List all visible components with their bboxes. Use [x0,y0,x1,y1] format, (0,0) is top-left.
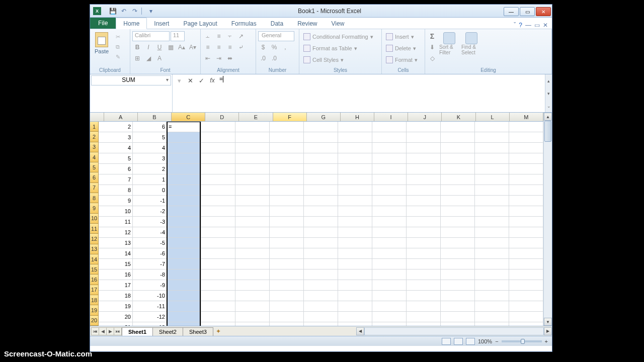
cell-H15[interactable] [338,269,372,280]
cell-C14[interactable] [167,259,201,269]
hscroll-right-button[interactable]: ▶ [544,327,552,335]
cell-C12[interactable] [167,238,201,248]
cell-H10[interactable] [338,217,372,227]
cell-C1[interactable]: = [167,122,201,132]
cell-F7[interactable] [270,185,304,195]
tab-home[interactable]: Home [116,18,147,29]
doc-close-icon[interactable]: ✕ [543,22,548,29]
cell-K15[interactable] [441,269,475,280]
cell-H7[interactable] [338,185,372,195]
cell-F16[interactable] [270,280,304,290]
insert-cells-button[interactable]: Insert ▾ [384,31,416,42]
cell-H13[interactable] [338,248,372,258]
close-button[interactable]: ✕ [536,7,551,16]
hscroll-track[interactable] [364,327,544,335]
row-header-6[interactable]: 6 [90,172,99,183]
cell-D12[interactable] [201,238,235,248]
tab-view[interactable]: View [325,18,352,29]
cell-D20[interactable] [201,322,235,326]
cell-K19[interactable] [441,312,475,322]
row-header-4[interactable]: 4 [90,152,99,162]
delete-cells-button[interactable]: Delete ▾ [384,43,418,54]
cell-H19[interactable] [338,312,372,322]
decrease-indent-button[interactable]: ⇤ [203,53,213,63]
cell-F13[interactable] [270,248,304,258]
row-header-19[interactable]: 19 [90,305,99,315]
cell-A6[interactable]: 7 [99,174,133,185]
cell-E10[interactable] [235,217,270,227]
cell-B12[interactable]: -5 [133,238,167,248]
cell-I7[interactable] [372,185,407,195]
cell-F12[interactable] [270,238,304,248]
cell-G13[interactable] [304,248,338,258]
cell-M6[interactable] [509,174,543,185]
cell-J3[interactable] [407,143,441,153]
cell-C8[interactable] [167,196,201,206]
font-name-select[interactable]: Calibri [132,31,170,41]
cell-D17[interactable] [201,291,235,301]
cell-G2[interactable] [304,132,338,142]
row-header-12[interactable]: 12 [90,234,99,244]
cell-K11[interactable] [441,227,475,237]
cell-D7[interactable] [201,185,235,195]
cell-G18[interactable] [304,301,338,311]
row-header-13[interactable]: 13 [90,244,99,254]
cell-D16[interactable] [201,280,235,290]
cell-E2[interactable] [235,132,270,142]
cell-B20[interactable]: -13 [133,322,167,326]
cell-M9[interactable] [509,206,543,216]
new-sheet-button[interactable]: ✦ [213,328,223,335]
fill-color-button[interactable]: ◢ [143,53,153,63]
cell-H1[interactable] [338,122,372,132]
cell-B2[interactable]: 5 [133,132,167,142]
sheet-nav-prev[interactable]: ◀ [99,327,107,335]
cell-C10[interactable] [167,217,201,227]
cell-F1[interactable] [270,122,304,132]
tab-page-layout[interactable]: Page Layout [176,18,224,29]
cell-H8[interactable] [338,196,372,206]
increase-decimal-button[interactable]: .0 [258,53,268,63]
cell-I11[interactable] [372,227,407,237]
row-header-14[interactable]: 14 [90,254,99,264]
cell-J5[interactable] [407,164,441,174]
cell-I17[interactable] [372,291,407,301]
shrink-font-button[interactable]: A▾ [188,42,198,52]
cell-E15[interactable] [235,269,270,280]
cell-A4[interactable]: 5 [99,153,133,163]
cell-L10[interactable] [475,217,509,227]
cell-K16[interactable] [441,280,475,290]
cell-H17[interactable] [338,291,372,301]
row-header-10[interactable]: 10 [90,214,99,224]
cell-B7[interactable]: 0 [133,185,167,195]
cell-K12[interactable] [441,238,475,248]
cell-M14[interactable] [509,259,543,269]
cell-M17[interactable] [509,291,543,301]
cell-G7[interactable] [304,185,338,195]
cell-F17[interactable] [270,291,304,301]
cell-H20[interactable] [338,322,372,326]
zoom-level[interactable]: 100% [478,338,492,344]
insert-function-button[interactable]: fx [207,75,217,85]
cell-I14[interactable] [372,259,407,269]
name-box[interactable]: SUM [91,75,171,85]
font-color-button[interactable]: A [154,53,165,63]
cell-L11[interactable] [475,227,509,237]
vertical-scrollbar[interactable]: ▲ ▼ [543,113,552,326]
vscroll-thumb[interactable] [544,121,551,142]
cell-D18[interactable] [201,301,235,311]
cell-A19[interactable]: 20 [99,312,133,322]
paste-button[interactable]: Paste [92,30,111,54]
number-format-select[interactable]: General [258,31,294,41]
cell-F3[interactable] [270,143,304,153]
cell-C16[interactable] [167,280,201,290]
cell-M11[interactable] [509,227,543,237]
cell-D10[interactable] [201,217,235,227]
cell-I20[interactable] [372,322,407,326]
cell-D9[interactable] [201,206,235,216]
cancel-formula-button[interactable]: ✕ [185,75,195,85]
cell-M13[interactable] [509,248,543,258]
cell-K8[interactable] [441,196,475,206]
cell-M5[interactable] [509,164,543,174]
cell-G16[interactable] [304,280,338,290]
cell-E7[interactable] [235,185,270,195]
